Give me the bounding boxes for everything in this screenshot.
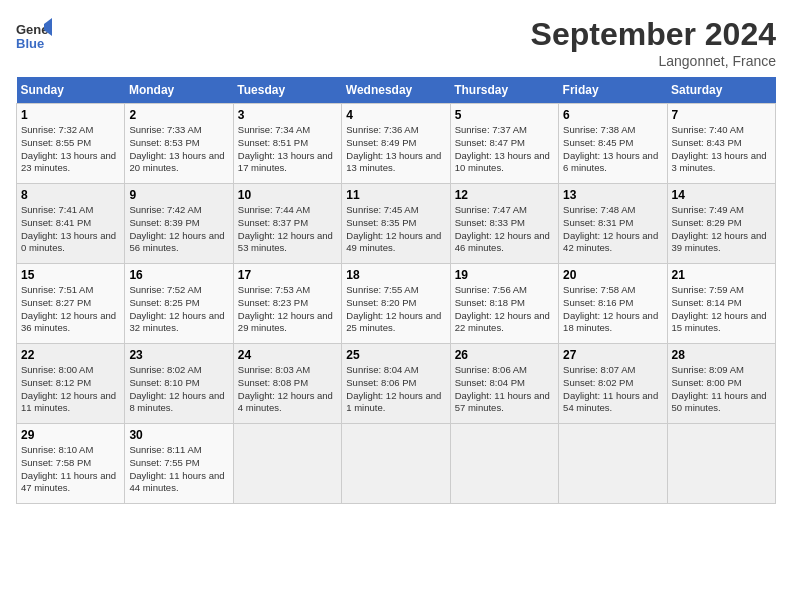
day-number: 29 bbox=[21, 428, 120, 442]
day-info: Sunrise: 7:41 AMSunset: 8:41 PMDaylight:… bbox=[21, 204, 120, 255]
calendar-row: 15 Sunrise: 7:51 AMSunset: 8:27 PMDaylig… bbox=[17, 264, 776, 344]
day-info: Sunrise: 8:00 AMSunset: 8:12 PMDaylight:… bbox=[21, 364, 120, 415]
day-info: Sunrise: 7:36 AMSunset: 8:49 PMDaylight:… bbox=[346, 124, 445, 175]
calendar-cell bbox=[233, 424, 341, 504]
calendar-cell: 24 Sunrise: 8:03 AMSunset: 8:08 PMDaylig… bbox=[233, 344, 341, 424]
day-info: Sunrise: 8:06 AMSunset: 8:04 PMDaylight:… bbox=[455, 364, 554, 415]
calendar-cell bbox=[559, 424, 667, 504]
calendar-row: 22 Sunrise: 8:00 AMSunset: 8:12 PMDaylig… bbox=[17, 344, 776, 424]
day-number: 23 bbox=[129, 348, 228, 362]
day-number: 28 bbox=[672, 348, 771, 362]
calendar-cell: 9 Sunrise: 7:42 AMSunset: 8:39 PMDayligh… bbox=[125, 184, 233, 264]
day-number: 20 bbox=[563, 268, 662, 282]
calendar-row: 8 Sunrise: 7:41 AMSunset: 8:41 PMDayligh… bbox=[17, 184, 776, 264]
day-info: Sunrise: 7:47 AMSunset: 8:33 PMDaylight:… bbox=[455, 204, 554, 255]
day-number: 6 bbox=[563, 108, 662, 122]
day-info: Sunrise: 7:38 AMSunset: 8:45 PMDaylight:… bbox=[563, 124, 662, 175]
day-number: 7 bbox=[672, 108, 771, 122]
calendar-row: 29 Sunrise: 8:10 AMSunset: 7:58 PMDaylig… bbox=[17, 424, 776, 504]
day-number: 22 bbox=[21, 348, 120, 362]
calendar-cell: 3 Sunrise: 7:34 AMSunset: 8:51 PMDayligh… bbox=[233, 104, 341, 184]
calendar-cell bbox=[450, 424, 558, 504]
col-thursday: Thursday bbox=[450, 77, 558, 104]
day-info: Sunrise: 7:34 AMSunset: 8:51 PMDaylight:… bbox=[238, 124, 337, 175]
calendar-cell: 20 Sunrise: 7:58 AMSunset: 8:16 PMDaylig… bbox=[559, 264, 667, 344]
col-sunday: Sunday bbox=[17, 77, 125, 104]
day-info: Sunrise: 8:02 AMSunset: 8:10 PMDaylight:… bbox=[129, 364, 228, 415]
day-number: 1 bbox=[21, 108, 120, 122]
day-info: Sunrise: 7:37 AMSunset: 8:47 PMDaylight:… bbox=[455, 124, 554, 175]
calendar-cell: 7 Sunrise: 7:40 AMSunset: 8:43 PMDayligh… bbox=[667, 104, 775, 184]
calendar-cell: 27 Sunrise: 8:07 AMSunset: 8:02 PMDaylig… bbox=[559, 344, 667, 424]
calendar-cell: 8 Sunrise: 7:41 AMSunset: 8:41 PMDayligh… bbox=[17, 184, 125, 264]
calendar-cell: 19 Sunrise: 7:56 AMSunset: 8:18 PMDaylig… bbox=[450, 264, 558, 344]
day-number: 12 bbox=[455, 188, 554, 202]
day-number: 30 bbox=[129, 428, 228, 442]
calendar-cell: 4 Sunrise: 7:36 AMSunset: 8:49 PMDayligh… bbox=[342, 104, 450, 184]
page-header: General Blue September 2024 Langonnet, F… bbox=[16, 16, 776, 69]
calendar-cell: 6 Sunrise: 7:38 AMSunset: 8:45 PMDayligh… bbox=[559, 104, 667, 184]
day-info: Sunrise: 7:33 AMSunset: 8:53 PMDaylight:… bbox=[129, 124, 228, 175]
day-number: 13 bbox=[563, 188, 662, 202]
day-info: Sunrise: 7:44 AMSunset: 8:37 PMDaylight:… bbox=[238, 204, 337, 255]
calendar-cell: 11 Sunrise: 7:45 AMSunset: 8:35 PMDaylig… bbox=[342, 184, 450, 264]
calendar-table: Sunday Monday Tuesday Wednesday Thursday… bbox=[16, 77, 776, 504]
svg-text:Blue: Blue bbox=[16, 36, 44, 51]
day-info: Sunrise: 7:55 AMSunset: 8:20 PMDaylight:… bbox=[346, 284, 445, 335]
calendar-cell bbox=[342, 424, 450, 504]
location: Langonnet, France bbox=[531, 53, 776, 69]
day-number: 5 bbox=[455, 108, 554, 122]
calendar-cell: 22 Sunrise: 8:00 AMSunset: 8:12 PMDaylig… bbox=[17, 344, 125, 424]
day-number: 26 bbox=[455, 348, 554, 362]
calendar-cell: 13 Sunrise: 7:48 AMSunset: 8:31 PMDaylig… bbox=[559, 184, 667, 264]
calendar-cell: 28 Sunrise: 8:09 AMSunset: 8:00 PMDaylig… bbox=[667, 344, 775, 424]
day-info: Sunrise: 7:58 AMSunset: 8:16 PMDaylight:… bbox=[563, 284, 662, 335]
day-number: 15 bbox=[21, 268, 120, 282]
day-info: Sunrise: 7:40 AMSunset: 8:43 PMDaylight:… bbox=[672, 124, 771, 175]
day-number: 4 bbox=[346, 108, 445, 122]
title-area: September 2024 Langonnet, France bbox=[531, 16, 776, 69]
day-info: Sunrise: 8:07 AMSunset: 8:02 PMDaylight:… bbox=[563, 364, 662, 415]
col-friday: Friday bbox=[559, 77, 667, 104]
day-info: Sunrise: 7:53 AMSunset: 8:23 PMDaylight:… bbox=[238, 284, 337, 335]
day-number: 25 bbox=[346, 348, 445, 362]
day-number: 16 bbox=[129, 268, 228, 282]
calendar-cell: 5 Sunrise: 7:37 AMSunset: 8:47 PMDayligh… bbox=[450, 104, 558, 184]
day-info: Sunrise: 7:49 AMSunset: 8:29 PMDaylight:… bbox=[672, 204, 771, 255]
calendar-cell: 30 Sunrise: 8:11 AMSunset: 7:55 PMDaylig… bbox=[125, 424, 233, 504]
day-info: Sunrise: 7:32 AMSunset: 8:55 PMDaylight:… bbox=[21, 124, 120, 175]
day-info: Sunrise: 7:51 AMSunset: 8:27 PMDaylight:… bbox=[21, 284, 120, 335]
day-info: Sunrise: 7:45 AMSunset: 8:35 PMDaylight:… bbox=[346, 204, 445, 255]
day-number: 19 bbox=[455, 268, 554, 282]
day-number: 10 bbox=[238, 188, 337, 202]
col-tuesday: Tuesday bbox=[233, 77, 341, 104]
day-info: Sunrise: 8:04 AMSunset: 8:06 PMDaylight:… bbox=[346, 364, 445, 415]
day-info: Sunrise: 8:10 AMSunset: 7:58 PMDaylight:… bbox=[21, 444, 120, 495]
day-number: 21 bbox=[672, 268, 771, 282]
day-number: 8 bbox=[21, 188, 120, 202]
day-number: 17 bbox=[238, 268, 337, 282]
day-number: 18 bbox=[346, 268, 445, 282]
calendar-cell: 29 Sunrise: 8:10 AMSunset: 7:58 PMDaylig… bbox=[17, 424, 125, 504]
calendar-cell: 17 Sunrise: 7:53 AMSunset: 8:23 PMDaylig… bbox=[233, 264, 341, 344]
logo-icon: General Blue bbox=[16, 16, 52, 52]
col-wednesday: Wednesday bbox=[342, 77, 450, 104]
col-monday: Monday bbox=[125, 77, 233, 104]
calendar-cell: 18 Sunrise: 7:55 AMSunset: 8:20 PMDaylig… bbox=[342, 264, 450, 344]
day-info: Sunrise: 7:59 AMSunset: 8:14 PMDaylight:… bbox=[672, 284, 771, 335]
day-number: 24 bbox=[238, 348, 337, 362]
col-saturday: Saturday bbox=[667, 77, 775, 104]
day-info: Sunrise: 7:42 AMSunset: 8:39 PMDaylight:… bbox=[129, 204, 228, 255]
day-info: Sunrise: 8:03 AMSunset: 8:08 PMDaylight:… bbox=[238, 364, 337, 415]
day-number: 11 bbox=[346, 188, 445, 202]
calendar-cell: 23 Sunrise: 8:02 AMSunset: 8:10 PMDaylig… bbox=[125, 344, 233, 424]
day-number: 3 bbox=[238, 108, 337, 122]
day-number: 27 bbox=[563, 348, 662, 362]
calendar-cell: 16 Sunrise: 7:52 AMSunset: 8:25 PMDaylig… bbox=[125, 264, 233, 344]
day-number: 14 bbox=[672, 188, 771, 202]
day-info: Sunrise: 8:11 AMSunset: 7:55 PMDaylight:… bbox=[129, 444, 228, 495]
day-info: Sunrise: 7:56 AMSunset: 8:18 PMDaylight:… bbox=[455, 284, 554, 335]
calendar-cell: 21 Sunrise: 7:59 AMSunset: 8:14 PMDaylig… bbox=[667, 264, 775, 344]
calendar-cell: 15 Sunrise: 7:51 AMSunset: 8:27 PMDaylig… bbox=[17, 264, 125, 344]
month-title: September 2024 bbox=[531, 16, 776, 53]
